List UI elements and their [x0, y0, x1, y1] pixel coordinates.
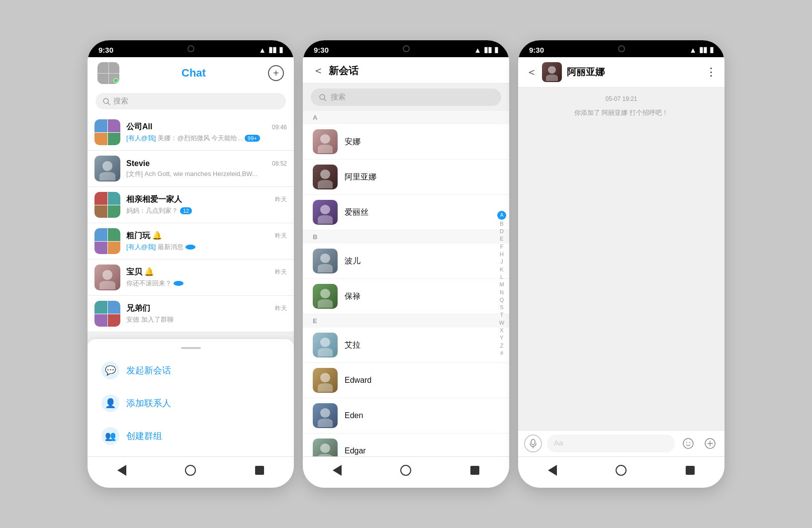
- chat-time-baby: 昨天: [275, 268, 287, 276]
- alpha-s[interactable]: S: [497, 304, 506, 311]
- alpha-t[interactable]: T: [497, 311, 506, 318]
- name-baolu: 保禄: [345, 291, 361, 302]
- contact-edgar[interactable]: Edgar: [303, 434, 509, 456]
- chat-avatar-gongsall: [94, 119, 120, 145]
- alpha-j[interactable]: J: [497, 258, 506, 265]
- new-chat-title: 新会话: [329, 64, 359, 78]
- chat-contact-name: 阿丽亚娜: [567, 66, 701, 79]
- alpha-b[interactable]: B: [497, 220, 506, 227]
- alpha-hash[interactable]: #: [497, 350, 506, 356]
- input-placeholder: Aa: [554, 439, 563, 447]
- back-button-3[interactable]: ＜: [526, 65, 537, 80]
- signal-icon-1: ▮▮: [269, 45, 276, 54]
- chat-preview-family: 妈妈：几点到家？ 12: [126, 206, 287, 215]
- chat-name-brothers: 兄弟们: [126, 303, 150, 314]
- alpha-k[interactable]: K: [497, 266, 506, 273]
- new-chat-header: ＜ 新会话: [303, 57, 509, 84]
- status-time-1: 9:30: [98, 46, 113, 54]
- chat-name-stevie: Stevie: [126, 159, 150, 168]
- contact-eden[interactable]: Eden: [303, 398, 509, 434]
- chat-time-cumen: 昨天: [275, 232, 287, 240]
- alpha-h[interactable]: H: [497, 251, 506, 258]
- back-button-2[interactable]: ＜: [313, 63, 324, 78]
- chat-item-family[interactable]: 相亲相爱一家人 昨天 妈妈：几点到家？ 12: [88, 187, 294, 223]
- add-attachment-button[interactable]: [702, 435, 719, 452]
- bottom-nav-3: [518, 456, 724, 488]
- more-options-button[interactable]: ⋮: [706, 66, 717, 79]
- search-icon-1: [102, 97, 110, 105]
- chat-item-stevie[interactable]: Stevie 08:52 [文件] Ach Gott, wie manches …: [88, 151, 294, 187]
- signal-icon-3: ▮▮: [699, 45, 707, 54]
- alpha-y[interactable]: Y: [497, 334, 506, 341]
- status-bar-1: 9:30 ▲ ▮▮ ▮: [88, 40, 294, 57]
- search-placeholder-1: 搜索: [113, 96, 128, 106]
- nav-back-3[interactable]: [545, 463, 560, 478]
- avatar-anna: [313, 129, 338, 154]
- emoji-button[interactable]: [680, 435, 697, 452]
- chat-item-gongsall[interactable]: 公司All 09:46 [有人@我] 美娜：@烈焰微风 今天能给... 99+: [88, 114, 294, 151]
- nav-back-2[interactable]: [330, 463, 345, 478]
- avatar-edward: [313, 368, 338, 393]
- contact-aliyana[interactable]: 阿里亚娜: [303, 160, 509, 195]
- battery-icon-2: ▮: [494, 45, 498, 54]
- contact-aila[interactable]: 艾拉: [303, 328, 509, 363]
- nav-back-1[interactable]: [114, 463, 129, 478]
- chat-item-brothers[interactable]: 兄弟们 昨天 安德 加入了群聊: [88, 296, 294, 332]
- name-aila: 艾拉: [345, 340, 361, 351]
- chat-avatar-brothers: [94, 301, 120, 327]
- name-aliyana: 阿里亚娜: [345, 172, 376, 182]
- contact-ailisi[interactable]: 爱丽丝: [303, 195, 509, 230]
- message-input[interactable]: Aa: [547, 435, 675, 452]
- contact-baolu[interactable]: 保禄: [303, 279, 509, 314]
- alpha-m[interactable]: M: [497, 281, 506, 288]
- chat-input-bar: Aa: [518, 430, 724, 456]
- action-add-contact[interactable]: 👤 添加联系人: [88, 387, 294, 420]
- user-avatar-wrap: [97, 62, 119, 84]
- contact-edward[interactable]: Edward: [303, 363, 509, 398]
- action-create-group[interactable]: 👥 创建群组: [88, 420, 294, 452]
- create-group-icon: 👥: [101, 427, 119, 445]
- voice-icon: [528, 439, 538, 448]
- status-icons-1: ▲ ▮▮ ▮: [259, 45, 283, 54]
- contact-boer[interactable]: 波儿: [303, 244, 509, 279]
- emoji-icon: [682, 438, 694, 449]
- chat-name-baby: 宝贝 🔔: [126, 267, 154, 277]
- alpha-f[interactable]: F: [497, 243, 506, 250]
- alpha-l[interactable]: L: [497, 273, 506, 280]
- chat-item-cumen[interactable]: 粗门玩 🔔 昨天 [有人@我] 最新消息: [88, 223, 294, 260]
- add-chat-button[interactable]: +: [268, 65, 284, 81]
- svg-point-8: [689, 442, 690, 443]
- contact-search-inner[interactable]: 搜索: [311, 88, 501, 106]
- alpha-n[interactable]: N: [497, 289, 506, 296]
- av-cell-3: [97, 74, 108, 85]
- alpha-z[interactable]: Z: [497, 342, 506, 349]
- avatar-ailisi: [313, 200, 338, 225]
- chat-list: 公司All 09:46 [有人@我] 美娜：@烈焰微风 今天能给... 99+: [88, 114, 294, 339]
- nav-home-3[interactable]: [614, 463, 629, 478]
- system-message: 你添加了 阿丽亚娜 打个招呼吧！: [518, 106, 724, 125]
- date-label: 05-07 19:21: [518, 88, 724, 106]
- search-input-wrap[interactable]: 搜索: [95, 93, 286, 109]
- status-icons-2: ▲ ▮▮ ▮: [474, 45, 498, 54]
- chat-time-stevie: 08:52: [272, 160, 287, 167]
- chat-item-baby[interactable]: 宝贝 🔔 昨天 你还不滚回来？: [88, 260, 294, 296]
- alpha-a[interactable]: A: [497, 211, 506, 220]
- phone-new-chat: 9:30 ▲ ▮▮ ▮ ＜ 新会话 搜索 A 安娜: [303, 40, 509, 488]
- section-label-a: A: [303, 111, 509, 124]
- nav-recent-3[interactable]: [683, 463, 698, 478]
- nav-recent-1[interactable]: [252, 463, 267, 478]
- chat-avatar-family: [94, 192, 120, 218]
- nav-recent-2[interactable]: [467, 463, 482, 478]
- nav-home-2[interactable]: [398, 463, 413, 478]
- alpha-x[interactable]: X: [497, 327, 506, 334]
- alpha-w[interactable]: W: [497, 319, 506, 326]
- alpha-q[interactable]: Q: [497, 296, 506, 303]
- nav-home-1[interactable]: [183, 463, 198, 478]
- voice-button[interactable]: [524, 435, 542, 452]
- action-new-chat[interactable]: 💬 发起新会话: [88, 354, 294, 387]
- chat-top-bar: Chat +: [88, 57, 294, 89]
- alpha-d[interactable]: D: [497, 228, 506, 235]
- chat-content-family: 相亲相爱一家人 昨天 妈妈：几点到家？ 12: [126, 194, 287, 215]
- contact-anna[interactable]: 安娜: [303, 124, 509, 160]
- alpha-e[interactable]: E: [497, 235, 506, 242]
